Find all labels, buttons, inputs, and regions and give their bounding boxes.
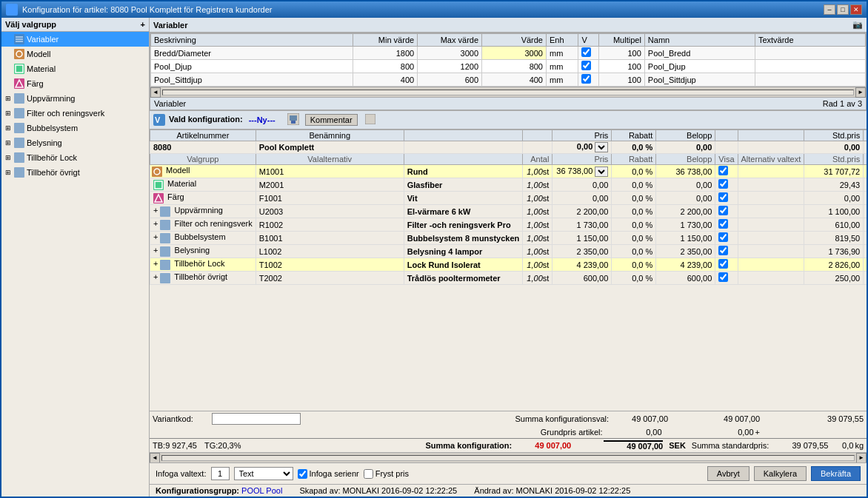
variables-scroll[interactable]: Beskrivning Min värde Max värde Värde En… (150, 33, 866, 87)
row-visa-checkbox[interactable] (718, 232, 728, 242)
config-row-bubbel[interactable]: + Bubbelsystem B1001 Bubbelsystem 8 muns… (150, 232, 867, 245)
title-bar: Konfiguration för artikel: 8080 Pool Kom… (1, 1, 867, 18)
sidebar-item-farg[interactable]: Färg (1, 76, 149, 91)
sidebar-item-variabler[interactable]: Variabler (1, 32, 149, 47)
fryst-pris-checkbox[interactable] (364, 469, 373, 479)
row-visa-checkbox[interactable] (718, 259, 728, 269)
main-article-row[interactable]: 8080 Pool Komplett 0,00 0,0 % 0,00 (150, 141, 867, 154)
main-pris: 0,00 (552, 141, 612, 154)
scroll-right-btn[interactable]: ► (855, 87, 866, 98)
var-max: 600 (418, 73, 482, 87)
sidebar-item-tillbehor-lock[interactable]: ⊞ Tillbehör Lock (1, 150, 149, 165)
var-beskrivning: Pool_Djup (151, 60, 353, 73)
summa-konfigval: 49 007,00 (612, 414, 671, 423)
var-v-checkbox[interactable] (581, 61, 591, 70)
var-row-3[interactable]: Pool_Sittdjup 400 600 400 mm 100 Pool_Si… (151, 73, 866, 87)
app-icon (6, 4, 18, 16)
row-visa-checkbox[interactable] (718, 206, 728, 215)
sidebar-item-belysning[interactable]: ⊞ Belysning (1, 135, 149, 150)
row-visa-checkbox[interactable] (718, 246, 728, 255)
row-altvaltext (738, 178, 804, 192)
infoga-num-input[interactable] (211, 467, 230, 480)
avbryt-button[interactable]: Avbryt (707, 466, 750, 481)
sidebar-item-uppvarmning[interactable]: ⊞ Uppvärmning (1, 91, 149, 106)
sidebar-item-material[interactable]: Material (1, 61, 149, 76)
var-varde[interactable]: 400 (482, 73, 547, 87)
row-visa-checkbox[interactable] (718, 179, 728, 189)
grundpris: 0,00 (606, 428, 665, 437)
konfig-group-value: POOL Pool (241, 486, 282, 495)
scroll-left-btn[interactable]: ◄ (150, 87, 161, 98)
var-varde[interactable]: 3000 (482, 47, 547, 60)
row-benamning: Filter -och reningsverk Pro (404, 218, 523, 232)
config-vald-label: V Vald konfiguration: (153, 114, 243, 126)
variantkod-input[interactable] (212, 413, 301, 425)
summa-konfig: 49 007,00 (515, 441, 574, 450)
row-valalternativ: R1002 (256, 218, 404, 232)
config-row-belysning[interactable]: + Belysning L1002 Belysning 4 lampor 1,0… (150, 245, 867, 258)
var-v-checkbox[interactable] (581, 47, 591, 57)
col-vikt-h: Vikt (864, 130, 867, 141)
sidebar-item-filter[interactable]: ⊞ Filter och reningsverk (1, 106, 149, 121)
config-scrollbar-h[interactable]: ◄ ► (150, 452, 867, 462)
sidebar-item-modell[interactable]: Modell (1, 47, 149, 61)
expand-icon (3, 64, 13, 74)
config-row-modell[interactable]: Modell M1001 Rund 1,00st 36 738,00 0,0 %… (150, 165, 867, 178)
svg-rect-28 (160, 233, 170, 243)
config-row-farg[interactable]: Färg F1001 Vit 1,00st 0,00 0,0 % 0,00 0,… (150, 192, 867, 205)
row-stdpris: 0,00 (804, 192, 864, 205)
bekrafta-button[interactable]: Bekräfta (811, 466, 861, 481)
sidebar-item-tillbehor-ovrigt[interactable]: ⊞ Tillbehör övrigt (1, 165, 149, 180)
config-row-material[interactable]: Material M2001 Glasfiber 1,00st 0,00 0,0… (150, 178, 867, 192)
config-row-tillbehor-lock[interactable]: + Tillbehör Lock T1002 Lock Rund Isolera… (150, 258, 867, 272)
col-varde: Värde (482, 34, 547, 47)
tree-view: Variabler Modell Material (1, 32, 149, 497)
tb-value: 9 927,45 (165, 441, 197, 450)
kalkylera-button[interactable]: Kalkylera (754, 466, 807, 481)
minimize-button[interactable]: – (824, 4, 835, 15)
scroll-right-btn2[interactable]: ► (856, 453, 867, 463)
config-row-uppvarmning[interactable]: + Uppvärmning U2003 El-värmare 6 kW 1,00… (150, 205, 867, 218)
var-max: 1200 (418, 60, 482, 73)
row-pris-unit[interactable] (595, 166, 608, 177)
var-v-checkbox[interactable] (581, 74, 591, 84)
row-visa-checkbox[interactable] (718, 219, 728, 229)
infoga-serie-label[interactable]: Infoga serienr (298, 469, 359, 479)
add-group-button[interactable]: + (141, 20, 145, 29)
svg-rect-20 (365, 114, 375, 124)
var-row-1[interactable]: Bredd/Diameter 1800 3000 3000 mm 100 Poo… (151, 47, 866, 60)
row-altvaltext (738, 272, 804, 285)
close-button[interactable]: ✕ (850, 4, 862, 15)
variables-header: Variabler 📷 (150, 18, 867, 33)
var-enh: mm (546, 60, 578, 73)
row-visa-checkbox[interactable] (718, 192, 728, 202)
col-pris-h: Pris (552, 130, 612, 141)
save-config-icon[interactable] (287, 113, 299, 127)
row-valgrupp: + Belysning (150, 245, 256, 258)
config-table-wrapper[interactable]: Artikelnummer Benämning Pris Rabatt Belo… (150, 129, 867, 411)
var-scrollbar-h[interactable]: ◄ ► (150, 87, 866, 97)
var-v (578, 60, 598, 73)
var-row-2[interactable]: Pool_Djup 800 1200 800 mm 100 Pool_Djup (151, 60, 866, 73)
infoga-serie-checkbox[interactable] (298, 469, 307, 479)
row-altvaltext (738, 245, 804, 258)
row-vikt: 0,0 (864, 245, 867, 258)
infoga-text-select[interactable]: Text (234, 467, 293, 480)
svg-rect-14 (14, 167, 24, 178)
row-altvaltext (738, 258, 804, 272)
row-altvaltext (738, 165, 804, 178)
config-row-filter[interactable]: + Filter och reningsverk R1002 Filter -o… (150, 218, 867, 232)
fryst-pris-label[interactable]: Fryst pris (364, 469, 409, 479)
row-benamning: Vit (404, 192, 523, 205)
row-visa-checkbox[interactable] (718, 272, 728, 282)
svg-rect-13 (14, 152, 24, 163)
pris-unit-select[interactable] (595, 142, 608, 152)
maximize-button[interactable]: □ (837, 4, 849, 15)
sidebar-item-bubbel[interactable]: ⊞ Bubbelsystem (1, 121, 149, 135)
kommentar-button[interactable]: Kommentar (305, 114, 358, 126)
var-varde[interactable]: 800 (482, 60, 547, 73)
scroll-left-btn2[interactable]: ◄ (150, 453, 160, 463)
row-visa-checkbox[interactable] (718, 166, 728, 175)
var-v (578, 47, 598, 60)
config-row-tillbehor-ovrigt[interactable]: + Tillbehör övrigt T2002 Trådlös poolter… (150, 272, 867, 285)
